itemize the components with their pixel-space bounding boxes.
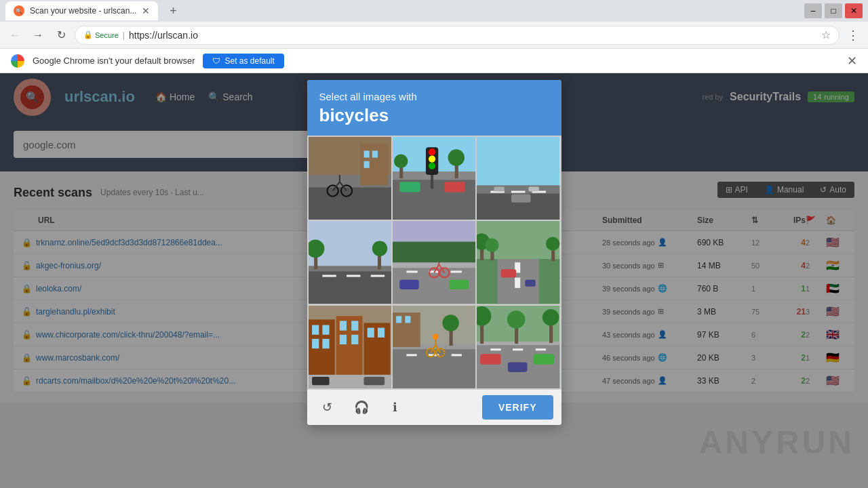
svg-rect-48	[393, 263, 475, 268]
svg-rect-66	[501, 270, 516, 278]
page-content: 🔍 urlscan.io 🏠 Home 🔍 Search red by Secu…	[0, 73, 868, 488]
captcha-verify-button[interactable]: VERIFY	[482, 395, 553, 420]
captcha-image-cell[interactable]	[309, 221, 391, 304]
svg-rect-76	[312, 325, 319, 334]
svg-point-71	[546, 237, 559, 251]
svg-rect-40	[347, 275, 360, 277]
svg-rect-27	[477, 137, 559, 192]
new-tab-button[interactable]: +	[163, 1, 182, 20]
svg-rect-34	[494, 186, 505, 191]
captcha-image-cell[interactable]	[477, 137, 559, 220]
svg-rect-39	[322, 275, 336, 277]
banner-close-button[interactable]: ✕	[847, 54, 857, 68]
shield-icon: 🛡	[212, 56, 220, 66]
svg-rect-21	[399, 182, 420, 192]
svg-rect-78	[312, 339, 319, 348]
captcha-modal: Select all images with bicycles	[307, 80, 561, 425]
svg-rect-104	[396, 316, 401, 323]
svg-rect-87	[377, 327, 384, 337]
svg-rect-77	[322, 325, 329, 334]
svg-rect-10	[363, 150, 369, 157]
captcha-image-cell[interactable]	[309, 137, 391, 220]
svg-rect-59	[449, 280, 469, 289]
captcha-refresh-button[interactable]: ↺	[315, 395, 340, 420]
default-browser-banner: Google Chrome isn't your default browser…	[0, 49, 868, 73]
svg-rect-35	[529, 186, 539, 191]
svg-rect-11	[372, 150, 377, 157]
svg-rect-65	[515, 278, 520, 288]
svg-point-18	[429, 148, 435, 155]
captcha-header: Select all images with bicycles	[307, 80, 561, 136]
captcha-info-button[interactable]: ℹ	[383, 395, 408, 420]
svg-rect-33	[511, 195, 531, 203]
svg-rect-82	[351, 321, 358, 330]
svg-rect-31	[511, 191, 525, 193]
captcha-overlay: Select all images with bicycles	[0, 73, 868, 488]
svg-point-24	[448, 149, 464, 165]
close-button[interactable]: ✕	[845, 3, 863, 18]
captcha-image-cell[interactable]	[477, 306, 559, 388]
svg-point-45	[372, 241, 387, 256]
secure-indicator: 🔒 Secure	[83, 30, 119, 39]
svg-rect-1	[309, 185, 391, 220]
svg-point-120	[507, 310, 526, 329]
address-bar[interactable]: 🔒 Secure | https://urlscan.io ☆	[75, 26, 840, 45]
bookmark-star-icon[interactable]: ☆	[821, 28, 831, 41]
svg-rect-12	[363, 161, 369, 168]
svg-rect-86	[367, 327, 374, 337]
svg-rect-41	[370, 275, 384, 277]
window-controls: – □ ✕	[804, 3, 863, 18]
svg-rect-81	[339, 321, 346, 330]
captcha-image-cell[interactable]	[309, 306, 391, 388]
svg-rect-37	[309, 270, 391, 304]
svg-rect-83	[339, 335, 346, 344]
maximize-button[interactable]: □	[825, 3, 842, 18]
set-default-button[interactable]: 🛡 Set as default	[203, 54, 283, 68]
refresh-button[interactable]: ↻	[52, 26, 71, 45]
svg-rect-111	[491, 348, 501, 350]
svg-point-73	[485, 239, 498, 252]
captcha-audio-button[interactable]: 🎧	[349, 395, 374, 420]
svg-rect-49	[406, 271, 417, 273]
svg-rect-115	[508, 362, 528, 371]
minimize-button[interactable]: –	[804, 3, 822, 18]
back-button[interactable]: ←	[5, 26, 24, 45]
svg-point-20	[429, 163, 435, 169]
captcha-prompt: Select all images with	[319, 91, 549, 102]
svg-rect-58	[399, 280, 419, 289]
svg-rect-79	[322, 339, 329, 348]
svg-rect-60	[393, 242, 475, 263]
captcha-footer: ↺ 🎧 ℹ VERIFY	[307, 390, 561, 425]
svg-rect-90	[363, 377, 384, 385]
svg-rect-105	[405, 316, 410, 323]
svg-point-102	[433, 333, 438, 339]
url-display: https://urlscan.io	[129, 30, 817, 41]
svg-rect-96	[451, 354, 461, 356]
svg-rect-112	[513, 348, 523, 350]
svg-rect-113	[536, 348, 546, 350]
svg-point-19	[429, 156, 435, 163]
svg-rect-22	[444, 182, 465, 192]
captcha-image-cell[interactable]	[393, 137, 475, 220]
chrome-toolbar: ← → ↻ 🔒 Secure | https://urlscan.io ☆ ⋮	[0, 22, 868, 49]
captcha-image-cell[interactable]	[393, 221, 475, 304]
captcha-image-cell[interactable]	[393, 306, 475, 388]
chrome-logo-icon	[11, 54, 24, 68]
svg-point-26	[394, 154, 408, 167]
captcha-image-grid	[307, 136, 561, 390]
svg-rect-94	[406, 354, 416, 356]
chrome-menu-button[interactable]: ⋮	[844, 26, 863, 45]
captcha-image-cell[interactable]	[477, 221, 559, 304]
banner-message: Google Chrome isn't your default browser	[33, 56, 195, 66]
svg-rect-89	[312, 377, 329, 385]
forward-button[interactable]: →	[28, 26, 47, 45]
svg-rect-114	[480, 354, 501, 364]
captcha-subject: bicycles	[319, 105, 549, 126]
active-tab: 🔍 Scan your website - urlscan... ✕	[5, 1, 158, 20]
svg-point-107	[442, 314, 458, 331]
svg-rect-116	[534, 354, 555, 364]
tab-close-button[interactable]: ✕	[142, 5, 150, 16]
tab-favicon: 🔍	[14, 5, 24, 16]
captcha-footer-icons: ↺ 🎧 ℹ	[315, 395, 408, 420]
tab-title: Scan your website - urlscan...	[30, 6, 136, 16]
